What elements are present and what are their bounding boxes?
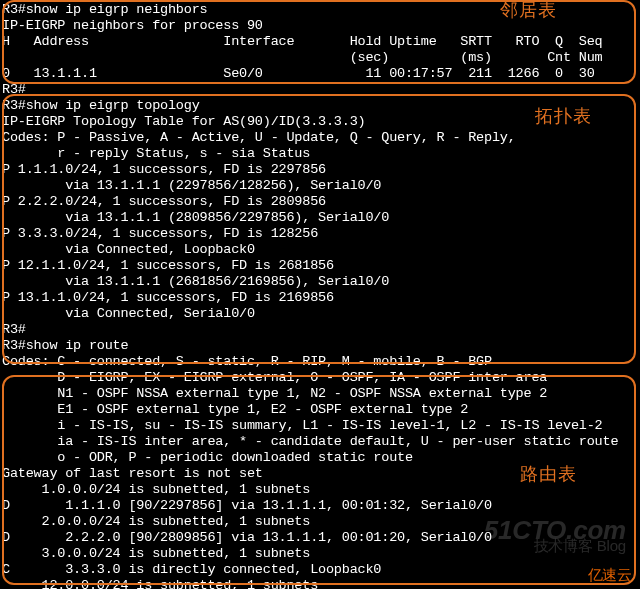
cli-line: 1.0.0.0/24 is subnetted, 1 subnets — [2, 482, 640, 498]
terminal[interactable]: R3#show ip eigrp neighbors IP-EIGRP neig… — [0, 0, 640, 589]
cli-line: D 1.1.1.0 [90/2297856] via 13.1.1.1, 00:… — [2, 498, 640, 514]
cli-line: C 3.3.3.0 is directly connected, Loopbac… — [2, 562, 640, 578]
cli-line: via Connected, Serial0/0 — [2, 306, 640, 322]
cli-line: i - IS-IS, su - IS-IS summary, L1 - IS-I… — [2, 418, 640, 434]
cli-line: 12.0.0.0/24 is subnetted, 1 subnets — [2, 578, 640, 589]
footer-brand: 亿速云 — [588, 567, 632, 583]
cli-line: P 13.1.1.0/24, 1 successors, FD is 21698… — [2, 290, 640, 306]
cli-line: H Address Interface Hold Uptime SRTT RTO… — [2, 34, 640, 50]
cli-line: P 1.1.1.0/24, 1 successors, FD is 229785… — [2, 162, 640, 178]
cli-line: o - ODR, P - periodic downloaded static … — [2, 450, 640, 466]
cli-line: via 13.1.1.1 (2297856/128256), Serial0/0 — [2, 178, 640, 194]
cli-line: N1 - OSPF NSSA external type 1, N2 - OSP… — [2, 386, 640, 402]
cli-line: P 2.2.2.0/24, 1 successors, FD is 280985… — [2, 194, 640, 210]
cli-line: via 13.1.1.1 (2681856/2169856), Serial0/… — [2, 274, 640, 290]
cli-line: R3#show ip eigrp neighbors — [2, 2, 640, 18]
cli-line: 0 13.1.1.1 Se0/0 11 00:17:57 211 1266 0 … — [2, 66, 640, 82]
cli-line: R3# — [2, 82, 640, 98]
cli-line: IP-EIGRP neighbors for process 90 — [2, 18, 640, 34]
cli-line: via 13.1.1.1 (2809856/2297856), Serial0/… — [2, 210, 640, 226]
cli-line: Codes: P - Passive, A - Active, U - Upda… — [2, 130, 640, 146]
cli-line: (sec) (ms) Cnt Num — [2, 50, 640, 66]
cli-line: P 3.3.3.0/24, 1 successors, FD is 128256 — [2, 226, 640, 242]
cli-line: P 12.1.1.0/24, 1 successors, FD is 26818… — [2, 258, 640, 274]
cli-line: D - EIGRP, EX - EIGRP external, O - OSPF… — [2, 370, 640, 386]
cli-line: 2.0.0.0/24 is subnetted, 1 subnets — [2, 514, 640, 530]
cli-line: R3#show ip eigrp topology — [2, 98, 640, 114]
cli-line: E1 - OSPF external type 1, E2 - OSPF ext… — [2, 402, 640, 418]
cli-line: Gateway of last resort is not set — [2, 466, 640, 482]
cli-line: ia - IS-IS inter area, * - candidate def… — [2, 434, 640, 450]
cli-line: r - reply Status, s - sia Status — [2, 146, 640, 162]
cli-line: 3.0.0.0/24 is subnetted, 1 subnets — [2, 546, 640, 562]
cli-line: Codes: C - connected, S - static, R - RI… — [2, 354, 640, 370]
cli-line: R3# — [2, 322, 640, 338]
cli-line: D 2.2.2.0 [90/2809856] via 13.1.1.1, 00:… — [2, 530, 640, 546]
cli-line: via Connected, Loopback0 — [2, 242, 640, 258]
cli-line: IP-EIGRP Topology Table for AS(90)/ID(3.… — [2, 114, 640, 130]
cli-line: R3#show ip route — [2, 338, 640, 354]
